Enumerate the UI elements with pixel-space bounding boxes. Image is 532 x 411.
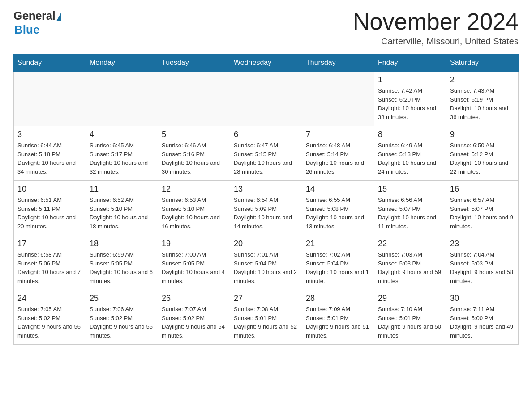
day-info: Sunrise: 6:50 AM Sunset: 5:12 PM Dayligh… [450,141,515,176]
day-info: Sunrise: 6:47 AM Sunset: 5:15 PM Dayligh… [234,141,298,176]
day-number: 8 [378,130,442,139]
calendar-header-tuesday: Tuesday [158,54,230,72]
calendar-header-wednesday: Wednesday [230,54,302,72]
calendar-cell: 23Sunrise: 7:04 AM Sunset: 5:03 PM Dayli… [446,235,519,290]
day-info: Sunrise: 6:54 AM Sunset: 5:09 PM Dayligh… [234,196,298,231]
calendar-header-monday: Monday [86,54,158,72]
calendar-week-row: 17Sunrise: 6:58 AM Sunset: 5:06 PM Dayli… [14,235,519,290]
day-info: Sunrise: 7:06 AM Sunset: 5:02 PM Dayligh… [90,305,154,340]
day-info: Sunrise: 6:53 AM Sunset: 5:10 PM Dayligh… [162,196,226,231]
calendar-cell: 22Sunrise: 7:03 AM Sunset: 5:03 PM Dayli… [374,235,446,290]
day-number: 20 [234,239,298,248]
calendar-cell: 30Sunrise: 7:11 AM Sunset: 5:00 PM Dayli… [446,290,519,345]
day-info: Sunrise: 6:44 AM Sunset: 5:18 PM Dayligh… [17,141,82,176]
day-info: Sunrise: 7:42 AM Sunset: 6:20 PM Dayligh… [378,86,442,121]
day-info: Sunrise: 7:05 AM Sunset: 5:02 PM Dayligh… [17,305,82,340]
day-number: 15 [378,184,442,194]
logo-general-text: General [13,9,55,23]
day-number: 17 [17,239,82,248]
day-number: 9 [450,130,515,139]
day-number: 27 [234,294,298,303]
calendar-cell: 24Sunrise: 7:05 AM Sunset: 5:02 PM Dayli… [14,290,86,345]
calendar-cell: 18Sunrise: 6:59 AM Sunset: 5:05 PM Dayli… [86,235,158,290]
calendar-header-row: SundayMondayTuesdayWednesdayThursdayFrid… [14,54,519,72]
calendar-cell: 13Sunrise: 6:54 AM Sunset: 5:09 PM Dayli… [230,181,302,235]
calendar-cell: 26Sunrise: 7:07 AM Sunset: 5:02 PM Dayli… [158,290,230,345]
calendar-cell: 27Sunrise: 7:08 AM Sunset: 5:01 PM Dayli… [230,290,302,345]
day-number: 7 [306,130,370,139]
logo-blue-text: Blue [14,23,39,37]
day-info: Sunrise: 6:55 AM Sunset: 5:08 PM Dayligh… [306,196,370,231]
day-number: 25 [90,294,154,303]
calendar-cell: 14Sunrise: 6:55 AM Sunset: 5:08 PM Dayli… [302,181,374,235]
day-number: 12 [162,184,226,194]
page-header: General Blue November 2024 Carterville, … [13,9,519,47]
day-info: Sunrise: 6:56 AM Sunset: 5:07 PM Dayligh… [378,196,442,231]
calendar-cell: 29Sunrise: 7:10 AM Sunset: 5:01 PM Dayli… [374,290,446,345]
day-number: 21 [306,239,370,248]
calendar-header-sunday: Sunday [14,54,86,72]
day-info: Sunrise: 7:04 AM Sunset: 5:03 PM Dayligh… [450,250,515,285]
day-number: 18 [90,239,154,248]
day-number: 3 [17,130,82,139]
day-number: 22 [378,239,442,248]
day-info: Sunrise: 6:57 AM Sunset: 5:07 PM Dayligh… [450,196,515,231]
day-number: 19 [162,239,226,248]
calendar-cell: 2Sunrise: 7:43 AM Sunset: 6:19 PM Daylig… [446,72,519,126]
calendar-cell: 9Sunrise: 6:50 AM Sunset: 5:12 PM Daylig… [446,126,519,181]
day-info: Sunrise: 6:59 AM Sunset: 5:05 PM Dayligh… [90,250,154,285]
day-number: 26 [162,294,226,303]
logo: General Blue [13,9,61,37]
calendar-cell: 12Sunrise: 6:53 AM Sunset: 5:10 PM Dayli… [158,181,230,235]
day-info: Sunrise: 7:11 AM Sunset: 5:00 PM Dayligh… [450,305,515,340]
calendar-cell: 1Sunrise: 7:42 AM Sunset: 6:20 PM Daylig… [374,72,446,126]
calendar-week-row: 24Sunrise: 7:05 AM Sunset: 5:02 PM Dayli… [14,290,519,345]
location-text: Carterville, Missouri, United States [353,36,519,47]
calendar-cell [302,72,374,126]
day-info: Sunrise: 7:07 AM Sunset: 5:02 PM Dayligh… [162,305,226,340]
day-number: 23 [450,239,515,248]
calendar-cell: 21Sunrise: 7:02 AM Sunset: 5:04 PM Dayli… [302,235,374,290]
day-info: Sunrise: 7:10 AM Sunset: 5:01 PM Dayligh… [378,305,442,340]
day-info: Sunrise: 7:03 AM Sunset: 5:03 PM Dayligh… [378,250,442,285]
calendar-cell: 25Sunrise: 7:06 AM Sunset: 5:02 PM Dayli… [86,290,158,345]
day-info: Sunrise: 6:48 AM Sunset: 5:14 PM Dayligh… [306,141,370,176]
day-number: 16 [450,184,515,194]
calendar-cell: 20Sunrise: 7:01 AM Sunset: 5:04 PM Dayli… [230,235,302,290]
calendar-cell: 11Sunrise: 6:52 AM Sunset: 5:10 PM Dayli… [86,181,158,235]
day-number: 11 [90,184,154,194]
calendar-header-saturday: Saturday [446,54,519,72]
day-number: 2 [450,75,515,85]
calendar-header-thursday: Thursday [302,54,374,72]
day-info: Sunrise: 7:02 AM Sunset: 5:04 PM Dayligh… [306,250,370,285]
calendar-cell [158,72,230,126]
day-info: Sunrise: 7:08 AM Sunset: 5:01 PM Dayligh… [234,305,298,340]
calendar-cell: 19Sunrise: 7:00 AM Sunset: 5:05 PM Dayli… [158,235,230,290]
day-info: Sunrise: 7:09 AM Sunset: 5:01 PM Dayligh… [306,305,370,340]
calendar-cell [14,72,86,126]
day-info: Sunrise: 7:00 AM Sunset: 5:05 PM Dayligh… [162,250,226,285]
calendar-cell [86,72,158,126]
day-number: 4 [90,130,154,139]
day-info: Sunrise: 7:01 AM Sunset: 5:04 PM Dayligh… [234,250,298,285]
calendar-table: SundayMondayTuesdayWednesdayThursdayFrid… [13,54,519,345]
day-number: 24 [17,294,82,303]
day-number: 29 [378,294,442,303]
day-number: 13 [234,184,298,194]
day-number: 28 [306,294,370,303]
calendar-week-row: 10Sunrise: 6:51 AM Sunset: 5:11 PM Dayli… [14,181,519,235]
calendar-cell [230,72,302,126]
calendar-cell: 16Sunrise: 6:57 AM Sunset: 5:07 PM Dayli… [446,181,519,235]
day-info: Sunrise: 7:43 AM Sunset: 6:19 PM Dayligh… [450,86,515,121]
day-number: 5 [162,130,226,139]
calendar-cell: 7Sunrise: 6:48 AM Sunset: 5:14 PM Daylig… [302,126,374,181]
day-number: 14 [306,184,370,194]
day-number: 1 [378,75,442,85]
day-info: Sunrise: 6:46 AM Sunset: 5:16 PM Dayligh… [162,141,226,176]
day-number: 30 [450,294,515,303]
day-info: Sunrise: 6:51 AM Sunset: 5:11 PM Dayligh… [17,196,82,231]
day-info: Sunrise: 6:52 AM Sunset: 5:10 PM Dayligh… [90,196,154,231]
calendar-cell: 3Sunrise: 6:44 AM Sunset: 5:18 PM Daylig… [14,126,86,181]
month-title: November 2024 [353,9,519,34]
day-info: Sunrise: 6:49 AM Sunset: 5:13 PM Dayligh… [378,141,442,176]
